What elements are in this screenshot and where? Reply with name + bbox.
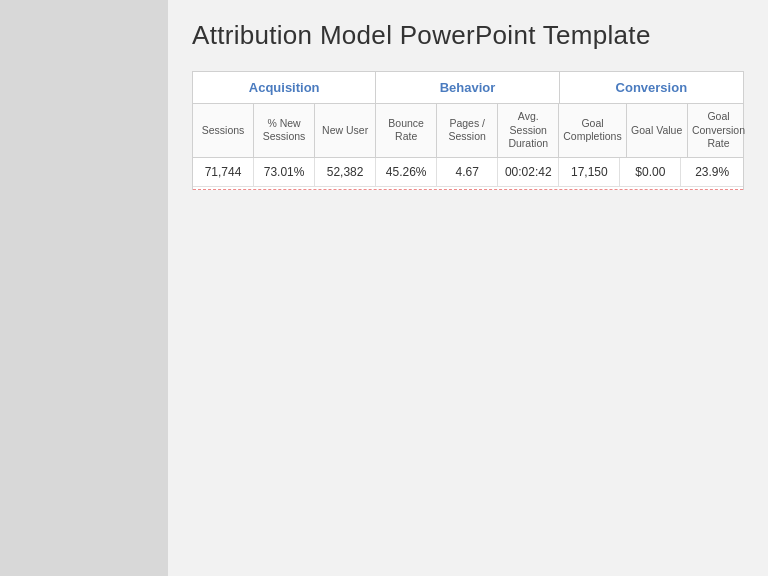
col-header-goal-conv-rate: GoalConversionRate: [688, 104, 750, 157]
cell-pages-session: 4.67: [437, 158, 498, 186]
cell-avg-session: 00:02:42: [498, 158, 559, 186]
col-header-row: Sessions % NewSessions New User Bounce R…: [193, 104, 743, 158]
cell-pct-new: 73.01%: [254, 158, 315, 186]
page-title: Attribution Model PowerPoint Template: [192, 20, 744, 51]
left-panel: [0, 0, 168, 576]
group-header-row: Acquisition Behavior Conversion: [193, 72, 743, 104]
cell-sessions: 71,744: [193, 158, 254, 186]
table-row: 71,744 73.01% 52,382 45.26% 4.67 00:02:4…: [193, 158, 743, 187]
col-header-pages-session: Pages /Session: [437, 104, 498, 157]
col-header-new-user: New User: [315, 104, 376, 157]
cell-goal-completions: 17,150: [559, 158, 620, 186]
col-header-avg-session: Avg. SessionDuration: [498, 104, 559, 157]
col-header-goal-completions: GoalCompletions: [559, 104, 626, 157]
group-header-conversion: Conversion: [560, 72, 743, 103]
group-header-acquisition: Acquisition: [193, 72, 376, 103]
cell-goal-value: $0.00: [620, 158, 681, 186]
attribution-table: Acquisition Behavior Conversion Sessions…: [192, 71, 744, 190]
cell-new-user: 52,382: [315, 158, 376, 186]
col-header-sessions: Sessions: [193, 104, 254, 157]
main-content: Attribution Model PowerPoint Template Ac…: [168, 0, 768, 576]
cell-goal-conv-rate: 23.9%: [681, 158, 743, 186]
col-header-goal-value: Goal Value: [627, 104, 688, 157]
cell-bounce-rate: 45.26%: [376, 158, 437, 186]
dashed-divider: [193, 189, 743, 190]
col-header-pct-new: % NewSessions: [254, 104, 315, 157]
group-header-behavior: Behavior: [376, 72, 559, 103]
col-header-bounce-rate: Bounce Rate: [376, 104, 437, 157]
